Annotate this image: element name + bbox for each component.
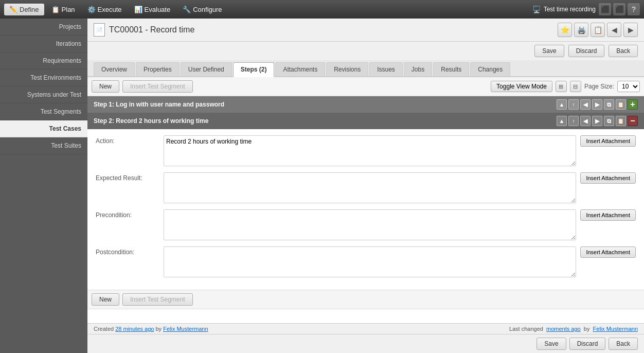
- step1-move-top[interactable]: ▲: [557, 99, 567, 110]
- footer-bar-right: Last changed moments ago by Felix Muster…: [509, 326, 638, 332]
- nav-help-icon[interactable]: ?: [628, 3, 640, 15]
- page-size-select[interactable]: 10 25 50: [617, 81, 640, 92]
- sidebar-item-systems-under-test[interactable]: Systems under Test: [0, 86, 87, 103]
- top-action-toolbar: Save Discard Back: [87, 42, 644, 60]
- step1-add-btn[interactable]: +: [628, 99, 638, 110]
- changed-time-link[interactable]: moments ago: [546, 326, 581, 332]
- star-icon-btn[interactable]: ⭐: [558, 23, 572, 37]
- forward-arrow-icon-btn[interactable]: ▶: [623, 23, 638, 37]
- insert-segment-button-bottom[interactable]: Insert Test Segment: [122, 293, 193, 306]
- discard-button-bottom[interactable]: Discard: [569, 338, 606, 350]
- nav-right: 🖥️ Test time recording ⬛ ⬛ ?: [532, 3, 640, 15]
- tab-jobs[interactable]: Jobs: [404, 62, 432, 76]
- precondition-label: Precondition:: [96, 209, 157, 219]
- step2-copy[interactable]: ⧉: [604, 116, 614, 126]
- save-button-bottom[interactable]: Save: [536, 338, 566, 350]
- bottom-action-toolbar: Save Discard Back: [87, 334, 644, 353]
- sidebar-item-test-environments[interactable]: Test Environments: [0, 69, 87, 86]
- step2-move-up[interactable]: ↑: [568, 116, 579, 126]
- postcondition-label: Postcondition:: [96, 246, 157, 256]
- tab-issues[interactable]: Issues: [369, 62, 403, 76]
- step1-move-prev[interactable]: ◀: [580, 99, 591, 110]
- nav-execute[interactable]: ⚙️ Execute: [82, 4, 127, 15]
- tab-results[interactable]: Results: [433, 62, 469, 76]
- step1-move-up[interactable]: ↑: [568, 99, 579, 110]
- tab-changes[interactable]: Changes: [470, 62, 510, 76]
- tab-user-defined[interactable]: User Defined: [181, 62, 232, 76]
- back-button-top[interactable]: Back: [609, 45, 638, 57]
- postcondition-textarea[interactable]: [164, 246, 576, 277]
- tab-attachments[interactable]: Attachments: [275, 62, 325, 76]
- precondition-field-content: Insert Attachment: [164, 209, 636, 240]
- collapse-icon-btn[interactable]: ⊟: [570, 81, 581, 92]
- save-button-top[interactable]: Save: [534, 45, 564, 57]
- page-header-actions: ⭐ 🖨️ 📋 ◀ ▶: [558, 23, 638, 37]
- back-arrow-icon-btn[interactable]: ◀: [607, 23, 621, 37]
- steps-bottom-toolbar: New Insert Test Segment: [87, 290, 644, 309]
- step2-paste[interactable]: 📋: [616, 116, 626, 126]
- nav-icon-2[interactable]: ⬛: [613, 3, 625, 15]
- step1-title: Step 1: Log in with user name and passwo…: [94, 101, 553, 108]
- new-step-button-top[interactable]: New: [92, 80, 119, 93]
- nav-evaluate[interactable]: 📊 Evaluate: [129, 4, 176, 15]
- tab-steps[interactable]: Steps (2): [233, 62, 275, 77]
- action-field-row: Action: Record 2 hours of working time I…: [96, 135, 636, 166]
- tab-revisions[interactable]: Revisions: [326, 62, 368, 76]
- step1-copy[interactable]: ⧉: [604, 99, 614, 110]
- step2-controls: ▲ ↑ ◀ ▶ ⧉ 📋 −: [557, 116, 638, 126]
- step2-move-prev[interactable]: ◀: [580, 116, 591, 126]
- back-button-bottom[interactable]: Back: [609, 338, 638, 350]
- footer-bar: Created 28 minutes ago by Felix Musterma…: [87, 323, 644, 334]
- created-text: Created: [94, 326, 115, 332]
- toggle-view-button[interactable]: Toggle View Mode: [491, 81, 552, 92]
- nav-plan[interactable]: 📋 Plan: [46, 4, 80, 15]
- sidebar-item-iterations[interactable]: Iterations: [0, 36, 87, 52]
- step2-remove-btn[interactable]: −: [628, 116, 638, 126]
- precondition-insert-attachment-btn[interactable]: Insert Attachment: [580, 209, 636, 221]
- step1-header[interactable]: Step 1: Log in with user name and passwo…: [87, 96, 644, 113]
- sidebar-item-test-segments[interactable]: Test Segments: [0, 103, 87, 120]
- created-by-link[interactable]: Felix Mustermann: [163, 326, 208, 332]
- steps-content-area: New Insert Test Segment Toggle View Mode…: [87, 77, 644, 323]
- last-changed-text: Last changed: [509, 326, 545, 332]
- expected-result-insert-attachment-btn[interactable]: Insert Attachment: [580, 172, 636, 184]
- tab-properties[interactable]: Properties: [136, 62, 180, 76]
- sidebar-item-test-cases[interactable]: Test Cases: [0, 120, 87, 137]
- new-step-button-bottom[interactable]: New: [92, 293, 119, 306]
- step2-move-top[interactable]: ▲: [557, 116, 567, 126]
- changed-by-text: by: [582, 326, 592, 332]
- sidebar-item-projects[interactable]: Projects: [0, 19, 87, 36]
- step1-paste[interactable]: 📋: [616, 99, 626, 110]
- copy-icon-btn[interactable]: 📋: [591, 23, 605, 37]
- nav-configure[interactable]: 🔧 Configure: [177, 4, 227, 15]
- step2-title: Step 2: Record 2 hours of working time: [94, 117, 553, 125]
- document-icon: 📄: [94, 23, 105, 37]
- steps-toolbar-right: Toggle View Mode ⊞ ⊟ Page Size: 10 25 50: [491, 81, 640, 92]
- sidebar: Projects Iterations Requirements Test En…: [0, 19, 87, 353]
- postcondition-field-row: Postcondition: Insert Attachment: [96, 246, 636, 277]
- sidebar-item-test-suites[interactable]: Test Suites: [0, 137, 87, 154]
- print-icon-btn[interactable]: 🖨️: [574, 23, 588, 37]
- step2-detail: Action: Record 2 hours of working time I…: [87, 129, 644, 290]
- nav-icon-1[interactable]: ⬛: [599, 3, 611, 15]
- step2-header[interactable]: Step 2: Record 2 hours of working time ▲…: [87, 113, 644, 129]
- expand-icon-btn[interactable]: ⊞: [556, 81, 567, 92]
- step1-move-next[interactable]: ▶: [592, 99, 602, 110]
- changed-by-link[interactable]: Felix Mustermann: [593, 326, 638, 332]
- action-textarea[interactable]: Record 2 hours of working time: [164, 135, 576, 166]
- action-insert-attachment-btn[interactable]: Insert Attachment: [580, 135, 636, 147]
- expected-result-textarea[interactable]: [164, 172, 576, 203]
- steps-top-toolbar: New Insert Test Segment Toggle View Mode…: [87, 77, 644, 96]
- insert-segment-button-top[interactable]: Insert Test Segment: [122, 80, 193, 93]
- step2-move-next[interactable]: ▶: [592, 116, 602, 126]
- tab-overview[interactable]: Overview: [94, 62, 135, 76]
- sidebar-item-requirements[interactable]: Requirements: [0, 52, 87, 69]
- nav-define[interactable]: ✏️ Define: [4, 4, 44, 15]
- main-layout: Projects Iterations Requirements Test En…: [0, 19, 644, 353]
- postcondition-insert-attachment-btn[interactable]: Insert Attachment: [580, 246, 636, 258]
- expected-result-field-content: Insert Attachment: [164, 172, 636, 203]
- precondition-textarea[interactable]: [164, 209, 576, 240]
- created-by-text: by: [154, 326, 163, 332]
- discard-button-top[interactable]: Discard: [568, 45, 605, 57]
- created-time-link[interactable]: 28 minutes ago: [115, 326, 154, 332]
